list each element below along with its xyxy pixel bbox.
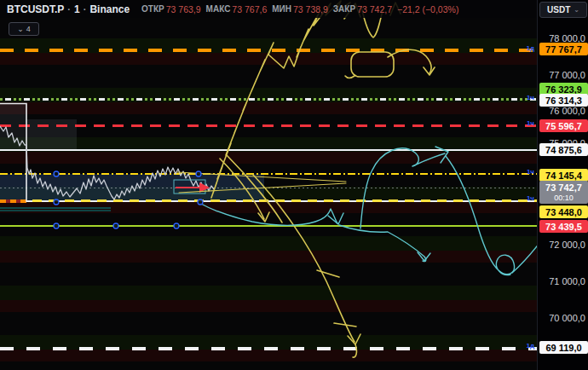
price-level-badge: 75 596,7 <box>539 119 588 132</box>
collapse-count: 4 <box>26 25 31 33</box>
white-step-line[interactable] <box>0 104 26 203</box>
price-axis[interactable]: USDT ⌄ 78 000,0 77 000,0 76 000,0 75 000… <box>537 0 588 370</box>
yellow-arrow-down-head <box>424 67 435 75</box>
axis-tick: 77 000,0 <box>549 70 585 81</box>
drawing-handle[interactable] <box>113 223 118 228</box>
price-level-badge: 73 448,0 <box>539 205 588 218</box>
price-level-badge: 74 145,4 <box>539 169 588 182</box>
open-label: ОТКР <box>141 4 164 14</box>
low-label: МИН <box>272 4 291 14</box>
yellow-swoop-arrow-head <box>348 334 360 344</box>
axis-tick: 72 000,0 <box>549 240 585 251</box>
ohlc-row: ОТКР 73 763,9 МАКС 73 767,6 МИН 73 738,9… <box>136 4 458 14</box>
chevron-down-icon: ⌄ <box>17 25 24 33</box>
cyan-rise-curve-drawing[interactable] <box>360 148 445 228</box>
separator: · <box>67 4 71 14</box>
symbol-title[interactable]: BTCUSDT.P <box>7 3 64 15</box>
tradingview-window: 1д 1ч 1ч 1ч 1ч 1д <box>0 0 588 370</box>
cyan-descent-loop-drawing[interactable] <box>446 156 515 275</box>
close-value: 73 742,7 <box>357 4 392 14</box>
low-value: 73 738,9 <box>293 4 328 14</box>
chevron-down-icon: ⌄ <box>574 6 579 14</box>
drawing-handle[interactable] <box>196 171 201 176</box>
axis-tick: 71 000,0 <box>549 276 585 287</box>
price-level-badge: 76 314,3 <box>539 94 588 107</box>
yellow-big-swoop-down-drawing[interactable] <box>253 175 355 342</box>
change-value: −21,2 (−0,03%) <box>397 4 458 14</box>
close-label: ЗАКР <box>333 4 355 14</box>
axis-tick: 76 000,0 <box>549 106 585 117</box>
drawing-handle[interactable] <box>54 171 59 176</box>
drawing-handle[interactable] <box>54 199 59 205</box>
yellow-tick-marks <box>317 270 356 327</box>
price-level-badge: 73 439,5 <box>539 220 588 233</box>
price-level-badge: 74 875,6 <box>539 143 588 156</box>
yellow-rect-tail <box>345 76 355 78</box>
high-label: МАКС <box>206 4 231 14</box>
yellow-zigzag-up-drawing[interactable] <box>211 1 350 198</box>
axis-tick: 70 000,0 <box>549 313 585 324</box>
interval-button[interactable]: 1 <box>74 3 80 15</box>
cyan-right-stroke[interactable] <box>339 225 426 262</box>
price-line-series <box>0 126 214 199</box>
price-level-badge: 77 767,7 <box>539 43 588 55</box>
open-value: 73 763,9 <box>166 4 201 14</box>
currency-label: USDT <box>547 5 570 14</box>
drawings-overlay <box>0 0 537 370</box>
bar-countdown: 00:10 <box>554 193 574 203</box>
separator: · <box>84 4 87 14</box>
chart-header: BTCUSDT.P · 1 · Binance ОТКР 73 763,9 МА… <box>0 0 537 18</box>
last-price: 73 742,7 <box>545 182 582 193</box>
cyan-exit-curve[interactable] <box>512 170 537 273</box>
yellow-swoop-tail <box>353 344 356 357</box>
currency-selector-button[interactable]: USDT ⌄ <box>539 2 587 18</box>
drawing-handle[interactable] <box>54 223 59 228</box>
price-level-badge: 69 119,0 <box>539 341 588 354</box>
last-price-countdown-badge: 73 742,7 00:10 <box>539 181 588 204</box>
chart-pane[interactable]: 1д 1ч 1ч 1ч 1ч 1д <box>0 0 537 370</box>
drawing-handle[interactable] <box>198 199 203 205</box>
yellow-rounded-rect-drawing[interactable] <box>351 52 394 77</box>
drawing-handle[interactable] <box>174 223 179 228</box>
exchange-label[interactable]: Binance <box>89 3 130 15</box>
collapse-indicators-button[interactable]: ⌄ 4 <box>9 22 39 36</box>
high-value: 73 767,6 <box>232 4 267 14</box>
